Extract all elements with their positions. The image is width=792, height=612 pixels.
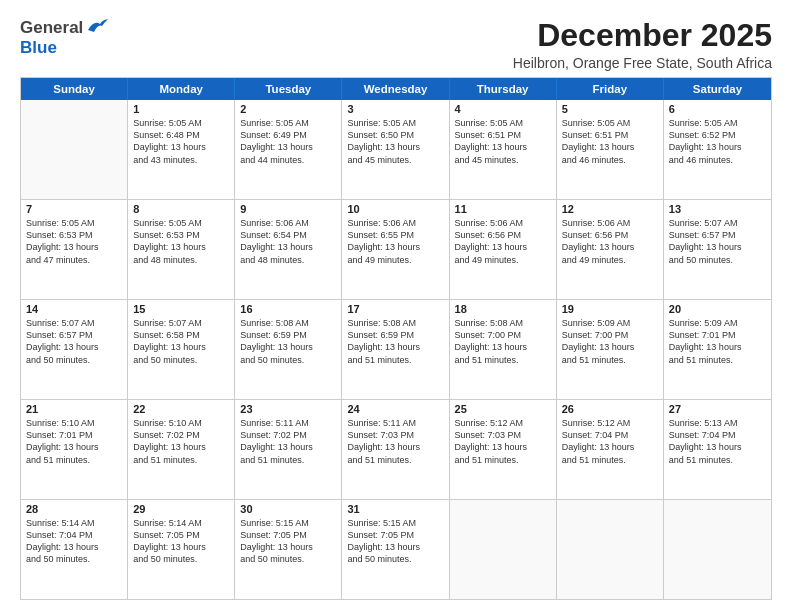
calendar-cell-day-14: 14Sunrise: 5:07 AMSunset: 6:57 PMDayligh… [21, 300, 128, 399]
cell-info: Sunrise: 5:05 AMSunset: 6:51 PMDaylight:… [455, 117, 551, 166]
calendar-row-3: 21Sunrise: 5:10 AMSunset: 7:01 PMDayligh… [21, 399, 771, 499]
calendar: SundayMondayTuesdayWednesdayThursdayFrid… [20, 77, 772, 600]
logo: General Blue [20, 18, 108, 58]
calendar-cell-day-13: 13Sunrise: 5:07 AMSunset: 6:57 PMDayligh… [664, 200, 771, 299]
calendar-cell-day-26: 26Sunrise: 5:12 AMSunset: 7:04 PMDayligh… [557, 400, 664, 499]
day-number: 24 [347, 403, 443, 415]
day-number: 21 [26, 403, 122, 415]
day-number: 13 [669, 203, 766, 215]
calendar-row-1: 7Sunrise: 5:05 AMSunset: 6:53 PMDaylight… [21, 199, 771, 299]
weekday-header-monday: Monday [128, 78, 235, 100]
calendar-cell-day-9: 9Sunrise: 5:06 AMSunset: 6:54 PMDaylight… [235, 200, 342, 299]
weekday-header-friday: Friday [557, 78, 664, 100]
calendar-cell-day-18: 18Sunrise: 5:08 AMSunset: 7:00 PMDayligh… [450, 300, 557, 399]
header: General Blue December 2025 Heilbron, Ora… [20, 18, 772, 71]
cell-info: Sunrise: 5:08 AMSunset: 7:00 PMDaylight:… [455, 317, 551, 366]
page: General Blue December 2025 Heilbron, Ora… [0, 0, 792, 612]
calendar-cell-day-3: 3Sunrise: 5:05 AMSunset: 6:50 PMDaylight… [342, 100, 449, 199]
calendar-cell-day-24: 24Sunrise: 5:11 AMSunset: 7:03 PMDayligh… [342, 400, 449, 499]
calendar-cell-day-8: 8Sunrise: 5:05 AMSunset: 6:53 PMDaylight… [128, 200, 235, 299]
cell-info: Sunrise: 5:14 AMSunset: 7:05 PMDaylight:… [133, 517, 229, 566]
day-number: 22 [133, 403, 229, 415]
calendar-cell-day-19: 19Sunrise: 5:09 AMSunset: 7:00 PMDayligh… [557, 300, 664, 399]
logo-text: General [20, 18, 83, 38]
weekday-header-tuesday: Tuesday [235, 78, 342, 100]
calendar-cell-day-15: 15Sunrise: 5:07 AMSunset: 6:58 PMDayligh… [128, 300, 235, 399]
calendar-cell-day-31: 31Sunrise: 5:15 AMSunset: 7:05 PMDayligh… [342, 500, 449, 599]
calendar-cell-day-12: 12Sunrise: 5:06 AMSunset: 6:56 PMDayligh… [557, 200, 664, 299]
cell-info: Sunrise: 5:12 AMSunset: 7:04 PMDaylight:… [562, 417, 658, 466]
day-number: 8 [133, 203, 229, 215]
cell-info: Sunrise: 5:05 AMSunset: 6:51 PMDaylight:… [562, 117, 658, 166]
cell-info: Sunrise: 5:05 AMSunset: 6:50 PMDaylight:… [347, 117, 443, 166]
calendar-row-0: 1Sunrise: 5:05 AMSunset: 6:48 PMDaylight… [21, 100, 771, 199]
calendar-cell-day-5: 5Sunrise: 5:05 AMSunset: 6:51 PMDaylight… [557, 100, 664, 199]
cell-info: Sunrise: 5:08 AMSunset: 6:59 PMDaylight:… [240, 317, 336, 366]
day-number: 20 [669, 303, 766, 315]
cell-info: Sunrise: 5:15 AMSunset: 7:05 PMDaylight:… [240, 517, 336, 566]
cell-info: Sunrise: 5:05 AMSunset: 6:52 PMDaylight:… [669, 117, 766, 166]
calendar-cell-day-28: 28Sunrise: 5:14 AMSunset: 7:04 PMDayligh… [21, 500, 128, 599]
cell-info: Sunrise: 5:07 AMSunset: 6:57 PMDaylight:… [26, 317, 122, 366]
weekday-header-sunday: Sunday [21, 78, 128, 100]
calendar-cell-day-6: 6Sunrise: 5:05 AMSunset: 6:52 PMDaylight… [664, 100, 771, 199]
calendar-cell-day-7: 7Sunrise: 5:05 AMSunset: 6:53 PMDaylight… [21, 200, 128, 299]
day-number: 26 [562, 403, 658, 415]
day-number: 18 [455, 303, 551, 315]
calendar-row-4: 28Sunrise: 5:14 AMSunset: 7:04 PMDayligh… [21, 499, 771, 599]
day-number: 17 [347, 303, 443, 315]
cell-info: Sunrise: 5:15 AMSunset: 7:05 PMDaylight:… [347, 517, 443, 566]
calendar-cell-day-29: 29Sunrise: 5:14 AMSunset: 7:05 PMDayligh… [128, 500, 235, 599]
day-number: 1 [133, 103, 229, 115]
calendar-cell-day-22: 22Sunrise: 5:10 AMSunset: 7:02 PMDayligh… [128, 400, 235, 499]
month-title: December 2025 [513, 18, 772, 53]
day-number: 25 [455, 403, 551, 415]
calendar-cell-day-30: 30Sunrise: 5:15 AMSunset: 7:05 PMDayligh… [235, 500, 342, 599]
logo-bird-icon [86, 18, 108, 38]
cell-info: Sunrise: 5:05 AMSunset: 6:48 PMDaylight:… [133, 117, 229, 166]
cell-info: Sunrise: 5:09 AMSunset: 7:00 PMDaylight:… [562, 317, 658, 366]
location-subtitle: Heilbron, Orange Free State, South Afric… [513, 55, 772, 71]
day-number: 2 [240, 103, 336, 115]
calendar-cell-day-1: 1Sunrise: 5:05 AMSunset: 6:48 PMDaylight… [128, 100, 235, 199]
day-number: 23 [240, 403, 336, 415]
day-number: 19 [562, 303, 658, 315]
cell-info: Sunrise: 5:09 AMSunset: 7:01 PMDaylight:… [669, 317, 766, 366]
cell-info: Sunrise: 5:10 AMSunset: 7:01 PMDaylight:… [26, 417, 122, 466]
calendar-cell-empty [450, 500, 557, 599]
weekday-header-saturday: Saturday [664, 78, 771, 100]
calendar-cell-empty [664, 500, 771, 599]
day-number: 28 [26, 503, 122, 515]
calendar-cell-empty [557, 500, 664, 599]
calendar-cell-empty [21, 100, 128, 199]
calendar-cell-day-10: 10Sunrise: 5:06 AMSunset: 6:55 PMDayligh… [342, 200, 449, 299]
calendar-cell-day-27: 27Sunrise: 5:13 AMSunset: 7:04 PMDayligh… [664, 400, 771, 499]
day-number: 9 [240, 203, 336, 215]
cell-info: Sunrise: 5:05 AMSunset: 6:49 PMDaylight:… [240, 117, 336, 166]
day-number: 10 [347, 203, 443, 215]
day-number: 11 [455, 203, 551, 215]
calendar-row-2: 14Sunrise: 5:07 AMSunset: 6:57 PMDayligh… [21, 299, 771, 399]
logo-general: General [20, 18, 83, 37]
cell-info: Sunrise: 5:06 AMSunset: 6:55 PMDaylight:… [347, 217, 443, 266]
cell-info: Sunrise: 5:06 AMSunset: 6:56 PMDaylight:… [562, 217, 658, 266]
day-number: 15 [133, 303, 229, 315]
calendar-header: SundayMondayTuesdayWednesdayThursdayFrid… [21, 78, 771, 100]
calendar-body: 1Sunrise: 5:05 AMSunset: 6:48 PMDaylight… [21, 100, 771, 599]
day-number: 4 [455, 103, 551, 115]
cell-info: Sunrise: 5:05 AMSunset: 6:53 PMDaylight:… [26, 217, 122, 266]
day-number: 14 [26, 303, 122, 315]
day-number: 29 [133, 503, 229, 515]
cell-info: Sunrise: 5:11 AMSunset: 7:03 PMDaylight:… [347, 417, 443, 466]
logo-blue: Blue [20, 38, 57, 57]
logo-blue-text: Blue [20, 38, 57, 58]
cell-info: Sunrise: 5:07 AMSunset: 6:57 PMDaylight:… [669, 217, 766, 266]
title-block: December 2025 Heilbron, Orange Free Stat… [513, 18, 772, 71]
cell-info: Sunrise: 5:05 AMSunset: 6:53 PMDaylight:… [133, 217, 229, 266]
weekday-header-wednesday: Wednesday [342, 78, 449, 100]
calendar-cell-day-17: 17Sunrise: 5:08 AMSunset: 6:59 PMDayligh… [342, 300, 449, 399]
day-number: 27 [669, 403, 766, 415]
calendar-cell-day-2: 2Sunrise: 5:05 AMSunset: 6:49 PMDaylight… [235, 100, 342, 199]
day-number: 7 [26, 203, 122, 215]
cell-info: Sunrise: 5:08 AMSunset: 6:59 PMDaylight:… [347, 317, 443, 366]
